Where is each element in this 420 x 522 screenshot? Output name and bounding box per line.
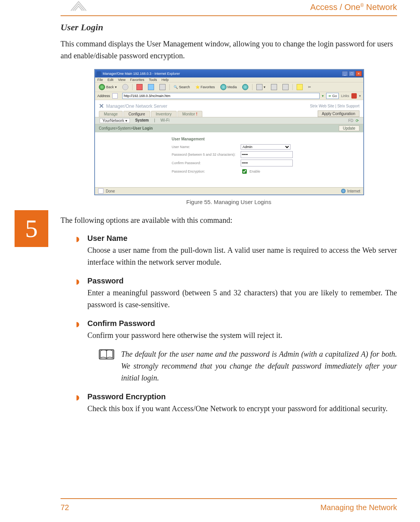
- maximize-button[interactable]: □: [349, 71, 355, 76]
- address-bar: Address ▾ ➜Go Links ▾: [95, 92, 363, 100]
- history-button[interactable]: [241, 84, 250, 91]
- chapter-tab: 5: [15, 210, 48, 247]
- crumb-2[interactable]: System: [118, 126, 130, 130]
- stop-button[interactable]: [135, 84, 144, 91]
- menu-file[interactable]: File: [97, 78, 103, 82]
- user-name-select[interactable]: Admin: [241, 144, 290, 150]
- list-item: Password Encryption Check this box if yo…: [76, 392, 397, 415]
- status-doc-icon: [98, 188, 103, 194]
- bullet-title-password: Password: [87, 277, 397, 285]
- status-done: Done: [106, 189, 115, 193]
- note-text: The default for the user name and the pa…: [121, 348, 397, 384]
- list-item: Confirm Password Confirm your password h…: [76, 319, 397, 384]
- publisher-logo-icon: [69, 0, 88, 12]
- ie-icon: [97, 71, 101, 76]
- status-internet: Internet: [347, 189, 360, 193]
- menu-help[interactable]: Help: [161, 78, 169, 82]
- app-branding: ✕ Manager/One Network Server Strix Web S…: [95, 100, 363, 110]
- crumb-1[interactable]: Configure: [99, 126, 115, 130]
- bullet-title-confirm: Confirm Password: [87, 319, 397, 328]
- tab-monitor[interactable]: Monitor: [177, 111, 202, 117]
- strix-icon[interactable]: [351, 93, 357, 99]
- brand-prefix: Access / One: [310, 2, 361, 12]
- tab-inventory[interactable]: Inventory: [151, 111, 177, 117]
- subtab-sep: |: [154, 118, 155, 123]
- figure-caption: Figure 55. Managing User Logins: [61, 199, 397, 205]
- book-icon: [99, 348, 114, 362]
- list-item: User Name Choose a user name from the pu…: [76, 234, 397, 268]
- section-title: User Login: [61, 22, 397, 33]
- search-button[interactable]: 🔍 Search: [172, 85, 192, 89]
- brand-header: Access / One® Network: [310, 2, 397, 12]
- fd-label: FD: [348, 119, 353, 123]
- network-selector[interactable]: YourNetwork ▾: [100, 118, 130, 123]
- bullet-desc-confirm: Confirm your password here otherwise the…: [87, 329, 397, 341]
- panel-title: User Management: [95, 137, 363, 143]
- bullet-desc-password: Enter a meaningful password (between 5 a…: [87, 287, 397, 311]
- home-button[interactable]: [158, 84, 167, 91]
- minimize-button[interactable]: _: [342, 71, 348, 76]
- footer-divider: [61, 498, 397, 499]
- forward-button[interactable]: [121, 84, 130, 91]
- confirm-password-input[interactable]: [241, 160, 293, 166]
- subtab-system[interactable]: System: [135, 118, 149, 123]
- print-button[interactable]: [269, 84, 279, 91]
- tab-manage[interactable]: Manage: [99, 111, 123, 117]
- update-button[interactable]: Update: [339, 125, 359, 131]
- window-title: Manager/One Main 192.168.0.3 - Internet …: [103, 72, 180, 76]
- go-button[interactable]: ➜Go: [326, 93, 339, 99]
- lead-in-text: The following options are available with…: [61, 214, 397, 226]
- bullet-desc-user-name: Choose a user name from the pull-down li…: [87, 244, 397, 268]
- figure-screenshot: Manager/One Main 192.168.0.3 - Internet …: [95, 69, 363, 195]
- note-box: The default for the user name and the pa…: [99, 348, 397, 384]
- password-encryption-label: Password Encryption:: [172, 170, 237, 173]
- back-button[interactable]: Back ▾: [97, 84, 118, 91]
- password-input[interactable]: [241, 151, 293, 158]
- crumb-3: User Login: [133, 126, 153, 130]
- menu-tools[interactable]: Tools: [149, 78, 157, 82]
- page-icon: [112, 93, 118, 99]
- bullet-desc-encryption: Check this box if you want Access/One Ne…: [87, 403, 397, 415]
- app-title: Manager/One Network Server: [106, 104, 167, 109]
- refresh-icon[interactable]: ⟳: [356, 119, 359, 123]
- password-label: Password (between 5 and 32 characters):: [172, 153, 237, 156]
- close-button[interactable]: ×: [356, 71, 362, 76]
- edit-button[interactable]: [281, 84, 290, 91]
- header-links[interactable]: Strix Web Site | Strix Support: [310, 104, 359, 108]
- options-list: User Name Choose a user name from the pu…: [76, 234, 397, 415]
- list-item: Password Enter a meaningful password (be…: [76, 277, 397, 311]
- address-input[interactable]: [122, 93, 320, 99]
- internet-icon: [341, 189, 346, 193]
- user-management-form: User Management User Name: Admin Passwor…: [95, 132, 363, 187]
- links-label: Links: [341, 94, 349, 98]
- menu-view[interactable]: View: [118, 78, 125, 82]
- favorites-button[interactable]: ⭐ Favorites: [194, 85, 217, 89]
- toolbar: Back ▾ 🔍 Search ⭐ Favorites Media ▾: [95, 82, 363, 92]
- brand-reg: ®: [360, 3, 364, 8]
- password-encryption-text: Enable: [249, 170, 260, 173]
- address-label: Address: [97, 94, 110, 98]
- folder-button[interactable]: [295, 84, 304, 91]
- confirm-password-label: Confirm Password:: [172, 161, 237, 165]
- apply-configuration-button[interactable]: Apply Configuration: [318, 110, 359, 117]
- tab-configure[interactable]: Configure: [123, 111, 150, 117]
- brand-suffix: Network: [364, 2, 397, 12]
- footer-section: Managing the Network: [320, 503, 397, 512]
- bullet-title-encryption: Password Encryption: [87, 392, 397, 401]
- menu-favorites[interactable]: Favorites: [130, 78, 144, 82]
- intro-paragraph: This command displays the User Managemen…: [61, 38, 397, 62]
- window-titlebar: Manager/One Main 192.168.0.3 - Internet …: [95, 70, 363, 77]
- scissors-button[interactable]: ✂: [307, 85, 313, 89]
- subtab-wifi[interactable]: Wi-Fi: [161, 118, 169, 123]
- password-encryption-checkbox[interactable]: [242, 169, 247, 174]
- breadcrumb: Configure > System > User Login Update: [95, 124, 363, 132]
- page-number: 72: [61, 503, 69, 512]
- media-button[interactable]: Media: [219, 84, 239, 91]
- bullet-title-user-name: User Name: [87, 234, 397, 243]
- header-divider: [61, 15, 397, 16]
- refresh-button[interactable]: [146, 84, 156, 91]
- mail-button[interactable]: ▾: [255, 84, 267, 91]
- menubar: File Edit View Favorites Tools Help: [95, 77, 363, 82]
- user-name-label: User Name:: [172, 145, 237, 149]
- menu-edit[interactable]: Edit: [108, 78, 114, 82]
